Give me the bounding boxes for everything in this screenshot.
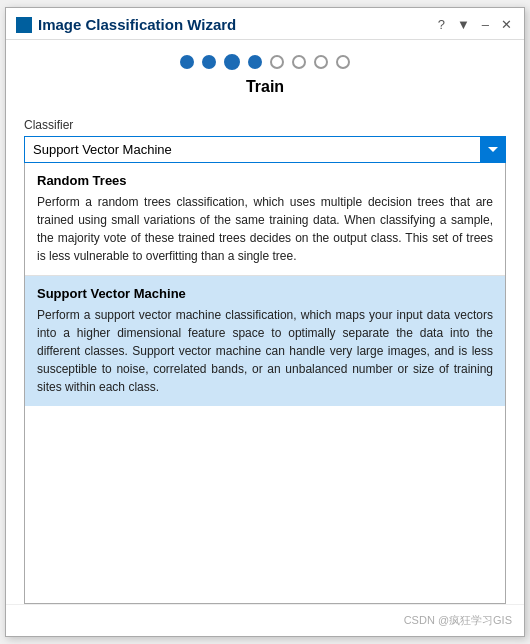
- pin-button[interactable]: ▼: [455, 17, 472, 32]
- main-window: Image Classification Wizard ? ▼ – ✕ Trai…: [5, 7, 525, 637]
- minimize-button[interactable]: –: [480, 17, 491, 32]
- step-dot-7: [314, 55, 328, 69]
- help-button[interactable]: ?: [436, 17, 447, 32]
- step-dot-1: [180, 55, 194, 69]
- close-button[interactable]: ✕: [499, 17, 514, 32]
- random-trees-desc: Perform a random trees classification, w…: [37, 193, 493, 265]
- step-dot-8: [336, 55, 350, 69]
- step-title: Train: [246, 78, 284, 96]
- classifier-label: Classifier: [24, 118, 506, 132]
- classifier-select[interactable]: Support Vector Machine: [24, 136, 506, 163]
- random-trees-title: Random Trees: [37, 173, 493, 188]
- step-dot-3: [224, 54, 240, 70]
- app-icon: [16, 17, 32, 33]
- dropdown-item-svm[interactable]: Support Vector Machine Perform a support…: [25, 276, 505, 406]
- steps-dots: [180, 54, 350, 70]
- classifier-dropdown-panel[interactable]: Random Trees Perform a random trees clas…: [24, 163, 506, 604]
- content-area: Train Classifier Support Vector Machine …: [6, 40, 524, 636]
- title-bar-left: Image Classification Wizard: [16, 16, 236, 33]
- svm-desc: Perform a support vector machine classif…: [37, 306, 493, 396]
- window-title: Image Classification Wizard: [38, 16, 236, 33]
- step-dot-2: [202, 55, 216, 69]
- title-bar-controls: ? ▼ – ✕: [436, 17, 514, 32]
- title-bar: Image Classification Wizard ? ▼ – ✕: [6, 8, 524, 40]
- steps-container: Train: [6, 40, 524, 104]
- form-area: Classifier Support Vector Machine Random…: [6, 104, 524, 604]
- watermark-text: CSDN @疯狂学习GIS: [404, 613, 512, 628]
- dropdown-item-random-trees[interactable]: Random Trees Perform a random trees clas…: [25, 163, 505, 276]
- step-dot-6: [292, 55, 306, 69]
- step-dot-4: [248, 55, 262, 69]
- footer: CSDN @疯狂学习GIS: [6, 604, 524, 636]
- classifier-select-wrapper[interactable]: Support Vector Machine: [24, 136, 506, 163]
- svm-title: Support Vector Machine: [37, 286, 493, 301]
- step-dot-5: [270, 55, 284, 69]
